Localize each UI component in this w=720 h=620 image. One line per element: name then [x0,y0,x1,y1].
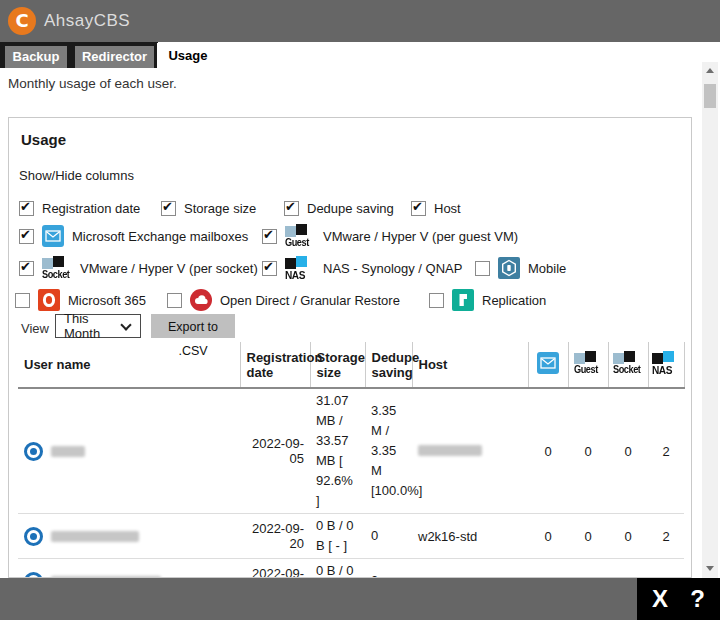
mobile-checkbox[interactable] [475,261,490,276]
nas-count-cell: 2 [648,514,684,559]
top-bar: C AhsayCBS [0,0,720,42]
storage-size-checkbox[interactable] [161,201,176,216]
microsoft-365-icon [38,289,60,311]
toggle-microsoft-365: Microsoft 365 [15,288,146,312]
dedupe-saving-checkbox[interactable] [284,201,299,216]
replication-checkbox[interactable] [429,293,444,308]
host-checkbox[interactable] [411,201,426,216]
usage-table: User name Registration date Storage size… [18,342,685,578]
toggle-label: VMware / Hyper V (per guest VM) [323,229,518,244]
chevron-down-icon [120,319,131,330]
toggle-mobile: Mobile [475,256,566,280]
storage-size-cell: 0 B / 0 B [ - ] [310,514,365,559]
guest-count-cell: 0 [568,559,608,579]
logo-letter: C [15,10,28,31]
toggle-label: Microsoft 365 [68,293,146,308]
tab-usage[interactable]: Usage [157,43,219,70]
toggle-vmware-socket: Socket VMware / Hyper V (per socket) [19,256,258,280]
view-select-value: This Month [56,311,122,341]
guest-vm-icon: Guest [574,351,602,375]
nas-icon-label: NAS [285,270,305,280]
registration-date-cell: 2022-09-05 [240,388,310,514]
vmware-guest-checkbox[interactable] [262,229,277,244]
guest-vm-icon: Guest [285,224,315,248]
user-name-cell[interactable] [18,559,240,579]
scroll-down-button[interactable] [702,560,718,576]
redacted-host [418,445,482,456]
col-storage-size: Storage size [310,342,365,388]
host-cell [412,559,528,579]
col-guest-vm: Guest [568,342,608,388]
export-csv-button[interactable]: Export to .CSV [151,314,235,338]
app-title: AhsayCBS [44,0,130,42]
socket-icon-label: Socket [42,270,69,280]
user-name-cell[interactable] [18,514,240,559]
toggle-vmware-guest: Guest VMware / Hyper V (per guest VM) [262,224,518,248]
toggle-label: Mobile [528,261,566,276]
open-direct-cloud-icon [190,289,212,311]
socket-count-cell: 0 [608,559,648,579]
socket-icon-label: Socket [613,365,640,375]
tab-redirector[interactable]: Redirector [75,46,154,68]
tab-backup[interactable]: Backup [5,46,67,68]
usage-panel: Usage Show/Hide columns Registration dat… [8,117,692,578]
close-button[interactable]: X [652,578,668,620]
user-name-cell[interactable] [18,388,240,514]
vmware-socket-checkbox[interactable] [19,261,34,276]
toggle-label: Microsoft Exchange mailboxes [72,229,248,244]
triangle-down-icon [706,566,714,571]
open-direct-checkbox[interactable] [167,293,182,308]
registration-date-checkbox[interactable] [19,201,34,216]
toggle-open-direct: Open Direct / Granular Restore [167,288,400,312]
col-dedupe-saving: Dedupe saving [365,342,412,388]
toggle-label: Storage size [184,201,256,216]
vertical-scrollbar[interactable] [702,62,718,578]
microsoft-365-checkbox[interactable] [15,293,30,308]
redacted-user-name [51,446,85,457]
view-select[interactable]: This Month [55,314,141,338]
socket-icon: Socket [42,256,72,280]
toggle-label: Registration date [42,201,140,216]
col-host: Host [412,342,528,388]
toggle-label: Replication [482,293,546,308]
socket-count-cell: 0 [608,514,648,559]
help-button[interactable]: ? [690,578,705,620]
mobile-icon [498,257,520,279]
col-nas: NAS [648,342,684,388]
registration-date-cell: 2022-09-26 [240,559,310,579]
toggle-label: NAS - Synology / QNAP [323,261,462,276]
nas-count-cell: 2 [648,559,684,579]
table-row[interactable]: 2022-09-26 0 B / 0 B [ - ] 0 0 0 0 2 [18,559,684,579]
scroll-up-button[interactable] [702,62,718,78]
dedupe-saving-cell: 0 [365,514,412,559]
user-icon [24,442,43,461]
guest-icon-label: Guest [285,238,309,248]
socket-count-cell: 0 [608,388,648,514]
toggle-label: Open Direct / Granular Restore [220,293,400,308]
host-cell [412,388,528,514]
table-header-row: User name Registration date Storage size… [18,342,684,388]
exchange-mailboxes-checkbox[interactable] [19,229,34,244]
storage-size-cell: 31.07 MB / 33.57 MB [ 92.6% ] [310,388,365,514]
toggle-replication: Replication [429,288,546,312]
dedupe-saving-cell: 0 [365,559,412,579]
scrollbar-thumb[interactable] [704,84,716,108]
nas-checkbox[interactable] [262,261,277,276]
nas-count-cell: 2 [648,388,684,514]
table-row[interactable]: 2022-09-05 31.07 MB / 33.57 MB [ 92.6% ]… [18,388,684,514]
ahsay-logo-icon: C [8,7,36,35]
exchange-count-cell: 0 [528,559,568,579]
table-row[interactable]: 2022-09-20 0 B / 0 B [ - ] 0 w2k16-std 0… [18,514,684,559]
registration-date-cell: 2022-09-20 [240,514,310,559]
nas-icon-label: NAS [652,365,672,375]
dedupe-saving-cell: 3.35 M / 3.35 M [100.0%] [365,388,412,514]
toggle-nas: NAS NAS - Synology / QNAP [262,256,462,280]
storage-size-cell: 0 B / 0 B [ - ] [310,559,365,579]
page-description: Monthly usage of each user. [8,76,177,91]
nas-icon: NAS [652,351,680,375]
toggle-storage-size: Storage size [161,196,256,220]
socket-icon: Socket [613,351,643,375]
panel-title: Usage [21,131,66,148]
app-window: C AhsayCBS Backup Redirector Usage Month… [0,0,720,620]
exchange-icon [537,352,559,374]
